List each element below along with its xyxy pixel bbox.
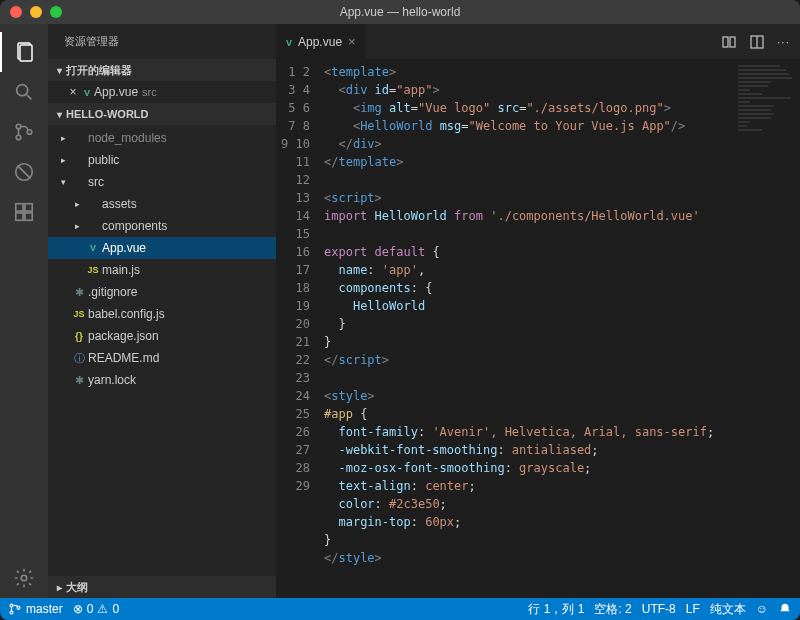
item-label: .gitignore [88,285,270,299]
outline-label: 大纲 [66,580,88,595]
js-icon: JS [70,309,88,319]
indentation[interactable]: 空格: 2 [594,601,631,618]
folder-item[interactable]: ▾src [48,171,276,193]
svg-point-20 [17,606,20,609]
item-label: App.vue [102,241,270,255]
item-label: README.md [88,351,270,365]
file-item[interactable]: ✱yarn.lock [48,369,276,391]
svg-rect-14 [723,37,728,47]
window-title: App.vue — hello-world [340,5,461,19]
svg-point-18 [10,604,13,607]
line-gutter: 1 2 3 4 5 6 7 8 9 10 11 12 13 14 15 16 1… [276,59,324,598]
svg-point-13 [21,575,27,581]
folder-item[interactable]: ▸public [48,149,276,171]
file-name: App.vue [94,85,138,99]
project-label: HELLO-WORLD [66,108,148,120]
feedback-icon[interactable]: ☺ [756,602,768,616]
folder-item[interactable]: ▸assets [48,193,276,215]
open-editors-header[interactable]: ▾ 打开的编辑器 [48,59,276,81]
file-tree: ▸node_modules▸public▾src▸assets▸componen… [48,125,276,393]
svg-point-4 [16,124,21,129]
svg-point-19 [10,611,13,614]
chevron-right-icon: ▸ [56,155,70,165]
folder-item[interactable]: ▸components [48,215,276,237]
encoding[interactable]: UTF-8 [642,602,676,616]
problems[interactable]: ⊗ 0 ⚠ 0 [73,602,119,616]
item-label: src [88,175,270,189]
gear-icon: ✱ [70,374,88,387]
sidebar-title: 资源管理器 [48,24,276,59]
file-item[interactable]: ⓘREADME.md [48,347,276,369]
file-item[interactable]: VApp.vue [48,237,276,259]
project-header[interactable]: ▾ HELLO-WORLD [48,103,276,125]
maximize-window-icon[interactable] [50,6,62,18]
open-editors-list: ×VApp.vue src [48,81,276,103]
editor-tabs: VApp.vue× ··· [276,24,800,59]
open-editor-item[interactable]: ×VApp.vue src [48,81,276,103]
code-editor[interactable]: 1 2 3 4 5 6 7 8 9 10 11 12 13 14 15 16 1… [276,59,800,598]
close-icon[interactable]: × [348,34,356,49]
chevron-down-icon: ▾ [52,65,66,76]
language-mode[interactable]: 纯文本 [710,601,746,618]
tab-label: App.vue [298,35,342,49]
chevron-right-icon: ▸ [70,199,84,209]
svg-rect-9 [16,204,23,211]
gear-icon: ✱ [70,286,88,299]
outline-header[interactable]: ▸ 大纲 [48,576,276,598]
svg-point-5 [16,135,21,140]
debug-icon[interactable] [0,152,48,192]
search-icon[interactable] [0,72,48,112]
open-editors-label: 打开的编辑器 [66,63,132,78]
item-label: node_modules [88,131,270,145]
error-icon: ⊗ [73,602,83,616]
svg-rect-1 [20,45,32,61]
warning-icon: ⚠ [97,602,108,616]
svg-rect-11 [16,213,23,220]
info-icon: ⓘ [70,351,88,366]
item-label: yarn.lock [88,373,270,387]
chevron-right-icon: ▸ [70,221,84,231]
chevron-right-icon: ▸ [52,582,66,593]
branch-name: master [26,602,63,616]
close-window-icon[interactable] [10,6,22,18]
svg-point-6 [27,130,32,135]
titlebar: App.vue — hello-world [0,0,800,24]
svg-rect-12 [25,213,32,220]
extensions-icon[interactable] [0,192,48,232]
editor-tab[interactable]: VApp.vue× [276,24,367,59]
item-label: package.json [88,329,270,343]
notifications-icon[interactable] [778,602,792,616]
svg-rect-15 [730,37,735,47]
settings-icon[interactable] [0,558,48,598]
activity-bar [0,24,48,598]
chevron-right-icon: ▸ [56,133,70,143]
item-label: babel.config.js [88,307,270,321]
item-label: main.js [102,263,270,277]
chevron-down-icon: ▾ [52,109,66,120]
sidebar: 资源管理器 ▾ 打开的编辑器 ×VApp.vue src ▾ HELLO-WOR… [48,24,276,598]
vue-icon: V [286,35,292,49]
minimize-window-icon[interactable] [30,6,42,18]
explorer-icon[interactable] [0,32,48,72]
vue-icon: V [84,243,102,253]
item-label: public [88,153,270,167]
file-path: src [142,86,157,98]
item-label: assets [102,197,270,211]
vue-icon: V [84,85,90,99]
more-icon[interactable]: ··· [777,35,790,49]
eol[interactable]: LF [686,602,700,616]
file-item[interactable]: JSbabel.config.js [48,303,276,325]
cursor-position[interactable]: 行 1，列 1 [528,601,584,618]
file-item[interactable]: JSmain.js [48,259,276,281]
source-control-icon[interactable] [0,112,48,152]
file-item[interactable]: ✱.gitignore [48,281,276,303]
file-item[interactable]: {}package.json [48,325,276,347]
split-editor-icon[interactable] [749,34,765,50]
svg-rect-10 [25,204,32,211]
code-content[interactable]: <template> <div id="app"> <img alt="Vue … [324,59,800,598]
svg-point-2 [17,85,28,96]
close-icon[interactable]: × [66,85,80,99]
folder-item[interactable]: ▸node_modules [48,127,276,149]
compare-icon[interactable] [721,34,737,50]
git-branch[interactable]: master [8,602,63,616]
